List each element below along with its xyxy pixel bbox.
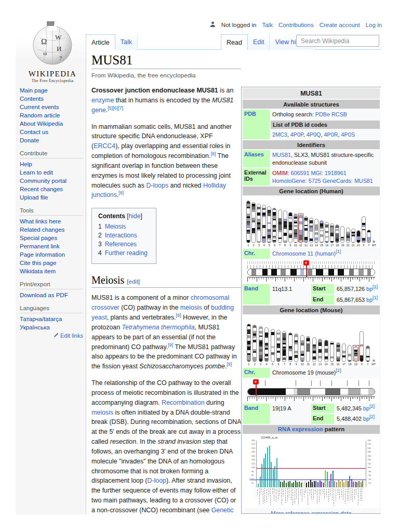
- ortholog-search: Ortholog search: PDBe RCSB: [271, 110, 380, 119]
- text-link[interactable]: bp: [363, 416, 369, 422]
- text-link[interactable]: 4P0S: [341, 131, 354, 138]
- personal-link-talk[interactable]: Talk: [262, 22, 272, 28]
- sidebar-link-current-events[interactable]: Current events: [20, 104, 59, 110]
- aliases-label[interactable]: Aliases: [243, 150, 270, 167]
- sidebar-link-donate[interactable]: Donate: [20, 137, 39, 143]
- tab-read[interactable]: Read: [221, 34, 248, 50]
- sidebar-link-wikidata-item[interactable]: Wikidata item: [20, 268, 56, 274]
- text-link[interactable]: chromosomal crossover: [91, 294, 229, 311]
- sidebar-item: Wikidata item: [20, 268, 83, 274]
- text-link[interactable]: MUS81: [354, 178, 373, 184]
- text-link[interactable]: [8]: [210, 151, 216, 156]
- sidebar-link-cite-this-page[interactable]: Cite this page: [20, 260, 56, 266]
- sidebar-link-upload-file[interactable]: Upload file: [20, 194, 48, 201]
- chr-label[interactable]: Chr.: [243, 249, 270, 259]
- text-link[interactable]: Genetic recombination: [91, 507, 233, 514]
- tab-edit[interactable]: Edit: [248, 34, 270, 50]
- text-link[interactable]: [1]: [336, 249, 341, 255]
- text-link[interactable]: 4P0R: [324, 131, 338, 138]
- start-mouse-value: 5,482,345 bp[2]: [335, 404, 380, 414]
- chromosome-bar: [277, 330, 280, 362]
- text-link[interactable]: 5725: [309, 178, 321, 184]
- text-link[interactable]: ERCC4: [94, 142, 115, 150]
- tab-article[interactable]: Article: [86, 34, 115, 50]
- sidebar-link-related-changes[interactable]: Related changes: [20, 227, 64, 233]
- text-link[interactable]: [2]: [369, 404, 375, 409]
- chr-label-mouse[interactable]: Chr.: [243, 368, 270, 378]
- infobox-title: MUS81: [243, 88, 380, 99]
- text-link[interactable]: [1]: [373, 284, 378, 289]
- sidebar-link-about-wikipedia[interactable]: About Wikipedia: [20, 121, 63, 127]
- text-link[interactable]: gene: [91, 107, 106, 114]
- text-link[interactable]: [9]: [227, 362, 232, 367]
- text-link[interactable]: [8]: [118, 190, 124, 195]
- sidebar-link-random-article[interactable]: Random article: [20, 112, 60, 118]
- text-link[interactable]: [2]: [336, 368, 341, 373]
- sidebar-link-what-links-here[interactable]: What links here: [20, 218, 61, 224]
- text-link[interactable]: Tetrahymena thermophila: [122, 324, 195, 331]
- edit-section-link[interactable]: edit: [129, 278, 139, 285]
- sidebar-link-contact-us[interactable]: Contact us: [20, 129, 48, 135]
- chr-mouse-value: Chromosome 19 (mouse)[2]: [271, 368, 380, 378]
- chromosome-19: 19: [340, 227, 345, 247]
- contents-link-meiosis[interactable]: Meiosis: [105, 223, 126, 230]
- text-link[interactable]: meiosis: [180, 304, 202, 311]
- text-link[interactable]: MGI:: [311, 170, 323, 176]
- sidebar-link-help[interactable]: Help: [20, 161, 32, 167]
- text-link[interactable]: D-loop: [147, 477, 166, 484]
- personal-link-create-account[interactable]: Create account: [320, 22, 360, 28]
- text-link[interactable]: RNA expression: [278, 426, 323, 432]
- search-input[interactable]: [296, 35, 379, 47]
- text-link[interactable]: [1]: [373, 295, 378, 300]
- text-link[interactable]: bp: [366, 286, 373, 292]
- text-link[interactable]: Chromosome 11 (human): [272, 250, 336, 257]
- text-link[interactable]: [5][6][7]: [108, 105, 123, 111]
- text-link[interactable]: D-loops: [146, 182, 168, 189]
- text-link[interactable]: MUS81: [272, 152, 291, 158]
- text-link[interactable]: HomoloGene:: [272, 178, 307, 184]
- sidebar-link-contents[interactable]: Contents: [20, 96, 44, 102]
- text-link[interactable]: bp: [363, 405, 369, 411]
- text-link[interactable]: 606591: [290, 170, 309, 176]
- band-label-mouse[interactable]: Band: [243, 404, 270, 424]
- sidebar-link-permanent-link[interactable]: Permanent link: [20, 243, 60, 249]
- text-link[interactable]: bp: [366, 297, 373, 303]
- text-link[interactable]: [9]: [176, 313, 181, 318]
- contents-link-references[interactable]: References: [105, 241, 137, 248]
- tab-talk[interactable]: Talk: [115, 34, 138, 50]
- sidebar-item: Page information: [20, 251, 83, 258]
- text-link[interactable]: GeneCards:: [323, 178, 353, 184]
- pdb-label[interactable]: PDB: [243, 110, 270, 139]
- more-expression-link[interactable]: More reference expression data: [271, 510, 351, 514]
- text-link[interactable]: [2]: [369, 415, 375, 420]
- sidebar-link-special-pages[interactable]: Special pages: [20, 235, 57, 241]
- edit-links-link[interactable]: Edit links: [60, 332, 83, 339]
- sidebar-link-recent-changes[interactable]: Recent changes: [20, 186, 63, 192]
- sidebar-link-download-as-pdf[interactable]: Download as PDF: [20, 292, 68, 298]
- sidebar-link-community-portal[interactable]: Community portal: [20, 178, 66, 184]
- contents-link-further-reading[interactable]: Further reading: [105, 249, 148, 257]
- sidebar-link-main-page[interactable]: Main page: [20, 87, 48, 94]
- text-link[interactable]: 4P0P: [290, 131, 303, 138]
- text-link[interactable]: OMIM:: [272, 170, 289, 176]
- sidebar-link-українська[interactable]: Українська: [20, 324, 50, 330]
- text-link[interactable]: enzyme: [91, 97, 114, 104]
- band-label[interactable]: Band: [243, 284, 270, 304]
- sidebar-link-learn-to-edit[interactable]: Learn to edit: [20, 169, 53, 176]
- text-link[interactable]: 4P0Q: [307, 131, 321, 138]
- text-link[interactable]: RCSB: [331, 111, 347, 117]
- svg-text:7: 7: [59, 55, 62, 61]
- wikipedia-logo[interactable]: Ω W И 7 ω WIKIPEDIA The Free Encyclopedi…: [22, 21, 83, 83]
- contents-link-interactions[interactable]: Interactions: [105, 232, 137, 239]
- sidebar-link-татарча-tatar-a[interactable]: Татарча/tatarça: [20, 316, 62, 322]
- toc-hide-link[interactable]: hide: [129, 212, 141, 220]
- text-link[interactable]: [9]: [168, 342, 173, 347]
- text-link[interactable]: 1918961: [325, 170, 347, 176]
- sidebar-link-page-information[interactable]: Page information: [20, 251, 65, 258]
- text-link[interactable]: Recombination: [162, 399, 205, 406]
- personal-link-log-in[interactable]: Log in: [366, 22, 382, 28]
- text-link[interactable]: 2MC3: [272, 131, 287, 138]
- text-link[interactable]: meiosis: [91, 409, 113, 416]
- personal-link-contributions[interactable]: Contributions: [278, 22, 314, 28]
- text-link[interactable]: PDBe: [315, 111, 330, 117]
